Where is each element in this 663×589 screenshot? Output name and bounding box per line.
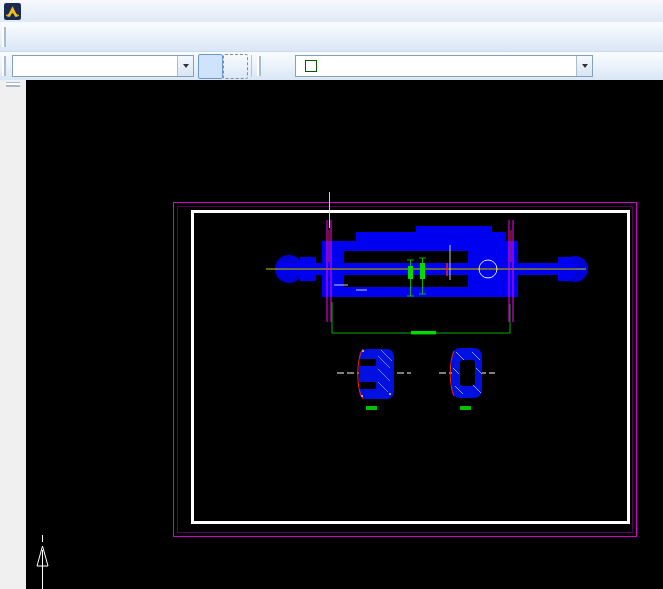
autocad-window: { "app": {"name": "AutoCAD"}, "menu_bar"… <box>0 0 663 589</box>
chevron-down-icon <box>582 64 588 68</box>
main-assembly-view <box>266 192 588 334</box>
section-label-left <box>366 406 377 410</box>
menu-bar <box>0 0 663 23</box>
workspace-combobox[interactable] <box>12 55 194 77</box>
toolbar-grip[interactable] <box>257 56 264 76</box>
autocad-logo-icon <box>4 3 21 20</box>
model-space-canvas[interactable] <box>26 80 663 589</box>
workspace-settings-button[interactable] <box>198 54 223 79</box>
workspaces-layers-toolbar <box>0 52 663 81</box>
standard-toolbar <box>0 22 663 52</box>
section-view-right <box>439 348 495 410</box>
ucs-icon <box>37 535 48 589</box>
overall-dimension <box>332 302 510 333</box>
my-workspace-button[interactable] <box>223 54 248 79</box>
layer-dropdown-button[interactable] <box>576 56 592 76</box>
workspace-dropdown-button[interactable] <box>177 56 193 76</box>
section-label-right <box>460 406 471 410</box>
layer-states-manager-button[interactable] <box>597 54 622 79</box>
toolbar-grip[interactable] <box>2 27 9 47</box>
section-view-left <box>337 349 411 410</box>
assembly-drawing <box>26 80 663 589</box>
chevron-down-icon <box>183 64 189 68</box>
layer-properties-manager-button[interactable] <box>267 54 292 79</box>
layer-color-swatch <box>305 60 317 72</box>
layer-previous-button[interactable] <box>622 54 647 79</box>
draw-toolbar <box>0 80 27 589</box>
layer-combobox[interactable] <box>295 55 593 77</box>
toolbar-grip[interactable] <box>6 83 20 90</box>
toolbar-grip[interactable] <box>2 56 9 76</box>
